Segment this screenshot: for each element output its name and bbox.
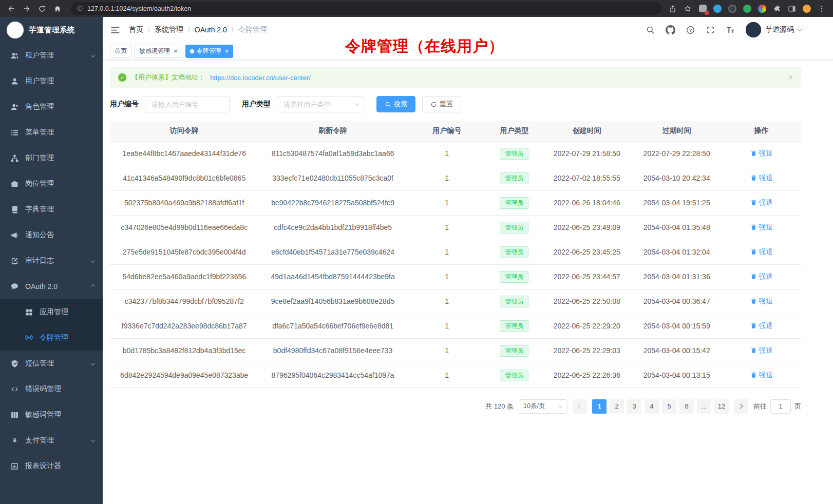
- side-panel-icon[interactable]: [787, 4, 797, 14]
- sidebar-item-token[interactable]: 令牌管理: [0, 325, 103, 351]
- force-logout-button[interactable]: 强退: [750, 173, 773, 183]
- sidebar-item-post[interactable]: 岗位管理: [0, 171, 103, 197]
- force-logout-button[interactable]: 强退: [750, 297, 773, 306]
- sidebar-item-audit-log[interactable]: 审计日志: [0, 248, 103, 274]
- token-table-body: 1ea5e44f8bc1467aaede43144f31de76811c5304…: [110, 141, 801, 387]
- sidebar-item-label: 通知公告: [25, 230, 54, 240]
- force-logout-button[interactable]: 强退: [750, 149, 773, 158]
- forward-icon[interactable]: [20, 2, 34, 15]
- sidebar-item-tenant[interactable]: 租户管理: [0, 43, 103, 68]
- oauth-icon: [10, 282, 19, 291]
- sidebar-item-user[interactable]: 用户管理: [0, 68, 103, 94]
- delete-icon: [750, 150, 757, 157]
- sidebar-item-sensitive-word[interactable]: 敏感词管理: [0, 402, 103, 428]
- alert-close-icon[interactable]: ×: [788, 73, 793, 82]
- page-size-input[interactable]: [519, 399, 567, 414]
- user-id-input[interactable]: [145, 96, 230, 112]
- page-button-3[interactable]: 3: [627, 399, 641, 414]
- share-icon[interactable]: [668, 4, 678, 14]
- sidebar: 芋道管理系统 租户管理用户管理角色管理菜单管理部门管理岗位管理字典管理通知公告审…: [0, 17, 103, 504]
- search-button[interactable]: 搜索: [376, 96, 415, 112]
- user-id-cell: 1: [407, 264, 487, 289]
- fullscreen-icon[interactable]: [706, 25, 715, 35]
- help-icon[interactable]: [686, 25, 695, 35]
- sidebar-item-error-code[interactable]: 错误码管理: [0, 376, 103, 402]
- back-icon[interactable]: [4, 2, 18, 15]
- extensions-puzzle-icon[interactable]: [772, 4, 782, 14]
- profile-avatar[interactable]: [802, 4, 812, 14]
- reload-icon[interactable]: [35, 2, 49, 15]
- font-size-icon[interactable]: [726, 25, 735, 35]
- force-logout-button[interactable]: 强退: [750, 272, 773, 281]
- github-icon[interactable]: [666, 25, 675, 35]
- tab-token[interactable]: 令牌管理 ×: [185, 45, 234, 58]
- user-type-select-input[interactable]: [277, 96, 364, 112]
- pager-more-button[interactable]: ...: [697, 399, 711, 414]
- page-button-12[interactable]: 12: [714, 399, 729, 414]
- breadcrumb-separator: /: [232, 26, 234, 34]
- sidebar-item-pay[interactable]: 支付管理: [0, 428, 103, 453]
- extension-rainbow-icon[interactable]: [757, 4, 767, 14]
- prev-page-button[interactable]: [573, 399, 587, 414]
- user-type-cell: 管理员: [487, 141, 542, 166]
- site-info-icon[interactable]: [77, 5, 83, 12]
- sidebar-item-dict[interactable]: 字典管理: [0, 197, 103, 222]
- breadcrumb-item[interactable]: 系统管理: [155, 25, 183, 34]
- action-cell: 强退: [722, 314, 801, 338]
- force-logout-button[interactable]: 强退: [750, 371, 773, 380]
- extension-badged-icon[interactable]: [697, 4, 708, 14]
- app-logo[interactable]: 芋道管理系统: [0, 17, 103, 43]
- sidebar-toggle-icon[interactable]: [110, 25, 121, 35]
- extension-dark-icon[interactable]: [727, 4, 737, 14]
- force-logout-button[interactable]: 强退: [750, 321, 773, 331]
- tab-sensitive-word[interactable]: 敏感词管理 ×: [135, 45, 182, 58]
- sidebar-item-report[interactable]: 报表设计器: [0, 453, 103, 479]
- sidebar-item-oauth[interactable]: OAuth 2.0: [0, 274, 103, 299]
- search-icon[interactable]: [646, 25, 655, 35]
- page-button-2[interactable]: 2: [610, 399, 624, 414]
- breadcrumb-item[interactable]: 首页: [129, 25, 143, 34]
- page-size-select[interactable]: [519, 399, 567, 414]
- column-header: 操作: [722, 121, 801, 141]
- force-logout-button[interactable]: 强退: [750, 346, 773, 355]
- user-menu[interactable]: 芋道源码: [746, 22, 801, 37]
- success-check-icon: ✓: [118, 73, 126, 82]
- delete-icon: [750, 199, 757, 206]
- force-logout-button[interactable]: 强退: [750, 198, 773, 207]
- close-icon[interactable]: ×: [174, 48, 178, 54]
- column-header: 用户类型: [487, 121, 542, 141]
- home-icon[interactable]: [50, 2, 65, 15]
- extension-blue-icon[interactable]: [712, 4, 723, 14]
- tab-home[interactable]: 首页: [110, 45, 131, 58]
- breadcrumb-item[interactable]: OAuth 2.0: [195, 26, 227, 34]
- role-icon: [10, 103, 19, 111]
- sidebar-item-menu[interactable]: 菜单管理: [0, 120, 103, 145]
- page-button-1[interactable]: 1: [592, 399, 607, 414]
- action-cell: 强退: [722, 190, 801, 215]
- user-type-select[interactable]: [277, 96, 364, 112]
- navbar-tools: 芋道源码: [646, 22, 801, 37]
- reset-button[interactable]: 重置: [422, 96, 461, 112]
- bookmark-star-icon[interactable]: [683, 4, 693, 14]
- sidebar-item-dept[interactable]: 部门管理: [0, 145, 103, 171]
- sidebar-item-app[interactable]: 应用管理: [0, 299, 103, 325]
- address-bar[interactable]: 127.0.0.1:1024/system/oauth2/token: [71, 2, 661, 15]
- doc-link[interactable]: https://doc.iocoder.cn/user-center/: [210, 74, 311, 82]
- sidebar-item-role[interactable]: 角色管理: [0, 94, 103, 120]
- next-page-button[interactable]: [734, 399, 748, 414]
- page-button-5[interactable]: 5: [662, 399, 676, 414]
- page-button-6[interactable]: 6: [679, 399, 694, 414]
- chevron-up-icon: [91, 284, 95, 288]
- force-logout-button[interactable]: 强退: [750, 247, 773, 257]
- force-logout-button[interactable]: 强退: [750, 223, 773, 232]
- sidebar-item-sms[interactable]: 短信管理: [0, 351, 103, 376]
- access-token-cell: 54d6be82ee5a460a9aedc1f9bf223656: [110, 264, 258, 289]
- pagination: 共 120 条 123456...12 前往 页: [110, 399, 801, 414]
- close-icon[interactable]: ×: [225, 48, 229, 54]
- notice-icon: [10, 231, 19, 240]
- browser-menu-icon[interactable]: [817, 4, 827, 14]
- extension-green-icon[interactable]: [742, 4, 752, 14]
- sidebar-item-notice[interactable]: 通知公告: [0, 222, 103, 248]
- jump-page-input[interactable]: [770, 399, 791, 414]
- page-button-4[interactable]: 4: [645, 399, 659, 414]
